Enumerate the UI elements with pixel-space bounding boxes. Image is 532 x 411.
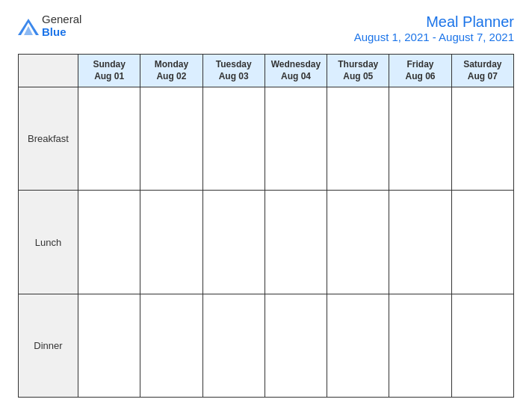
cell-2-2[interactable] <box>202 294 265 397</box>
planner-table: SundayAug 01MondayAug 02TuesdayAug 03Wed… <box>18 54 514 398</box>
logo-icon <box>18 19 39 35</box>
cell-2-0[interactable] <box>78 294 140 397</box>
meal-label-0: Breakfast <box>19 87 78 191</box>
main-title: Meal Planner <box>354 13 514 31</box>
cell-0-1[interactable] <box>140 87 202 191</box>
meal-label-2: Dinner <box>19 294 78 397</box>
header-row: SundayAug 01MondayAug 02TuesdayAug 03Wed… <box>19 55 514 87</box>
cell-0-2[interactable] <box>202 87 265 191</box>
meal-label-1: Lunch <box>19 191 78 294</box>
meal-row-1: Lunch <box>19 191 514 294</box>
cell-1-4[interactable] <box>327 191 389 294</box>
header-day-2: TuesdayAug 03 <box>202 55 265 87</box>
cell-0-0[interactable] <box>78 87 140 191</box>
title-block: Meal Planner August 1, 2021 - August 7, … <box>354 13 514 43</box>
cell-1-3[interactable] <box>265 191 327 294</box>
meal-row-0: Breakfast <box>19 87 514 191</box>
cell-2-6[interactable] <box>451 294 513 397</box>
header-day-0: SundayAug 01 <box>78 55 140 87</box>
cell-1-6[interactable] <box>451 191 513 294</box>
page: GeneralBlue Meal Planner August 1, 2021 … <box>0 0 532 411</box>
header-day-4: ThursdayAug 05 <box>327 55 389 87</box>
header-day-1: MondayAug 02 <box>140 55 202 87</box>
cell-1-2[interactable] <box>202 191 265 294</box>
header-day-6: SaturdayAug 07 <box>451 55 513 87</box>
cell-1-1[interactable] <box>140 191 202 294</box>
table-header: SundayAug 01MondayAug 02TuesdayAug 03Wed… <box>19 55 514 87</box>
cell-1-5[interactable] <box>389 191 451 294</box>
cell-0-4[interactable] <box>327 87 389 191</box>
cell-2-5[interactable] <box>389 294 451 397</box>
cell-0-6[interactable] <box>451 87 513 191</box>
date-range: August 1, 2021 - August 7, 2021 <box>354 31 514 43</box>
cell-0-3[interactable] <box>265 87 327 191</box>
cell-0-5[interactable] <box>389 87 451 191</box>
header-day-5: FridayAug 06 <box>389 55 451 87</box>
logo: GeneralBlue <box>18 13 81 38</box>
cell-1-0[interactable] <box>78 191 140 294</box>
header: GeneralBlue Meal Planner August 1, 2021 … <box>18 13 514 43</box>
header-day-3: WednesdayAug 04 <box>265 55 327 87</box>
cell-2-1[interactable] <box>140 294 202 397</box>
cell-2-4[interactable] <box>327 294 389 397</box>
cell-2-3[interactable] <box>265 294 327 397</box>
corner-cell <box>19 55 78 87</box>
table-body: BreakfastLunchDinner <box>19 87 514 398</box>
meal-row-2: Dinner <box>19 294 514 397</box>
logo-text: GeneralBlue <box>42 13 81 38</box>
